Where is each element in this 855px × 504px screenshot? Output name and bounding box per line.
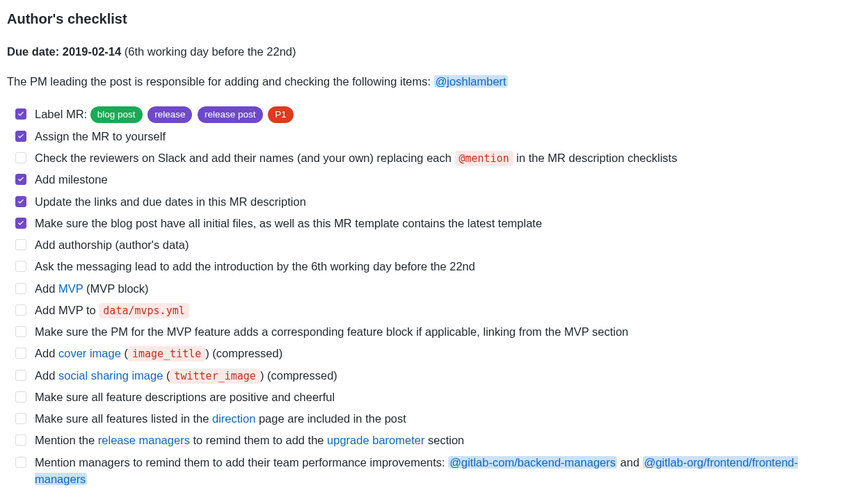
item-text: Make sure all feature descriptions are p… bbox=[35, 391, 335, 403]
checkbox-icon[interactable] bbox=[15, 391, 26, 403]
item-text: Add milestone bbox=[35, 173, 108, 186]
item-text: Add bbox=[35, 347, 58, 359]
item-text: Mention managers to remind them to add t… bbox=[35, 456, 448, 469]
label-mr-prefix: Label MR: bbox=[35, 108, 87, 120]
item-text: Add bbox=[35, 369, 58, 382]
item-text: Make sure the blog post have all initial… bbox=[35, 217, 542, 229]
intro-line: The PM leading the post is responsible f… bbox=[7, 73, 848, 90]
item-text: Add authorship (author's data) bbox=[35, 238, 189, 251]
link-mvp[interactable]: MVP bbox=[58, 282, 83, 295]
item-text: in the MR description checklists bbox=[513, 152, 678, 164]
list-item: Update the links and due dates in this M… bbox=[15, 193, 848, 211]
item-text: Add MVP to bbox=[35, 304, 99, 316]
link-direction[interactable]: direction bbox=[212, 412, 255, 425]
code-image-title: image_title bbox=[128, 346, 205, 361]
checkbox-icon[interactable] bbox=[15, 196, 26, 207]
due-date-note: (6th working day before the 22nd) bbox=[125, 45, 296, 58]
list-item: Mention managers to remind them to add t… bbox=[15, 454, 848, 489]
list-item: Add MVP (MVP block) bbox=[15, 280, 848, 298]
item-text: ( bbox=[121, 347, 128, 359]
item-text: Make sure all features listed in the bbox=[35, 412, 212, 425]
item-text: page are included in the post bbox=[255, 412, 406, 425]
list-item: Add MVP to data/mvps.yml bbox=[15, 302, 848, 319]
list-item: Add authorship (author's data) bbox=[15, 236, 848, 254]
item-text: section bbox=[424, 434, 464, 446]
item-text: to remind them to add the bbox=[190, 434, 327, 446]
tag-p1[interactable]: P1 bbox=[268, 106, 294, 123]
link-upgrade-barometer[interactable]: upgrade barometer bbox=[327, 434, 424, 446]
item-text: Make sure the PM for the MVP feature add… bbox=[35, 325, 628, 338]
checkbox-icon[interactable] bbox=[15, 174, 26, 185]
link-cover-image[interactable]: cover image bbox=[58, 347, 121, 359]
checkbox-icon[interactable] bbox=[15, 283, 26, 294]
list-item: Add social sharing image (twitter_image)… bbox=[15, 367, 848, 384]
item-text: Mention the bbox=[35, 434, 98, 446]
checkbox-icon[interactable] bbox=[15, 413, 26, 424]
mention-user[interactable]: @joshlambert bbox=[434, 75, 508, 88]
list-item: Ask the messaging lead to add the introd… bbox=[15, 258, 848, 275]
item-text: Ask the messaging lead to add the introd… bbox=[35, 260, 475, 273]
due-date-line: Due date: 2019-02-14 (6th working day be… bbox=[7, 43, 848, 60]
list-item: Make sure all features listed in the dir… bbox=[15, 410, 848, 428]
item-text: Check the reviewers on Slack and add the… bbox=[35, 152, 455, 164]
list-item: Make sure the PM for the MVP feature add… bbox=[15, 323, 848, 341]
link-release-managers[interactable]: release managers bbox=[98, 434, 190, 446]
item-text: Assign the MR to yourself bbox=[35, 130, 166, 143]
intro-text: The PM leading the post is responsible f… bbox=[7, 75, 431, 88]
item-text: ) (compressed) bbox=[205, 347, 282, 359]
checkbox-icon[interactable] bbox=[15, 239, 26, 250]
checkbox-icon[interactable] bbox=[15, 304, 26, 316]
code-twitter-image: twitter_image bbox=[170, 368, 259, 384]
mention-backend[interactable]: @gitlab-com/backend-managers bbox=[448, 456, 617, 469]
list-item: Label MR: blog post release release post… bbox=[15, 106, 848, 124]
tag-release[interactable]: release bbox=[147, 106, 192, 123]
item-text: Update the links and due dates in this M… bbox=[35, 195, 306, 208]
link-social-image[interactable]: social sharing image bbox=[58, 369, 163, 382]
checkbox-icon[interactable] bbox=[15, 108, 26, 120]
item-text: (MVP block) bbox=[83, 282, 148, 295]
list-item: Add milestone bbox=[15, 171, 848, 188]
list-item: Check the reviewers on Slack and add the… bbox=[15, 149, 848, 167]
checkbox-icon[interactable] bbox=[15, 434, 26, 446]
checkbox-icon[interactable] bbox=[15, 457, 26, 468]
code-mention: @mention bbox=[455, 151, 513, 166]
checkbox-icon[interactable] bbox=[15, 326, 26, 337]
item-text: ( bbox=[163, 369, 170, 382]
code-mvps-path: data/mvps.yml bbox=[99, 303, 189, 318]
item-text: and bbox=[617, 456, 643, 469]
item-text: ) (compressed) bbox=[260, 369, 337, 382]
tag-blog-post[interactable]: blog post bbox=[90, 106, 143, 123]
item-text: Add bbox=[35, 282, 58, 295]
checkbox-icon[interactable] bbox=[15, 348, 26, 359]
checkbox-icon[interactable] bbox=[15, 218, 26, 229]
checkbox-icon[interactable] bbox=[15, 131, 26, 142]
list-item: Make sure the blog post have all initial… bbox=[15, 215, 848, 232]
list-item: Make sure all feature descriptions are p… bbox=[15, 389, 848, 406]
checkbox-icon[interactable] bbox=[15, 152, 26, 163]
list-item: Add cover image (image_title) (compresse… bbox=[15, 345, 848, 362]
list-item: Assign the MR to yourself bbox=[15, 128, 848, 145]
list-item: Mention the release managers to remind t… bbox=[15, 432, 848, 449]
tag-release-post[interactable]: release post bbox=[198, 106, 263, 123]
checkbox-icon[interactable] bbox=[15, 370, 26, 381]
due-date-label: Due date: 2019-02-14 bbox=[7, 45, 121, 58]
checklist: Label MR: blog post release release post… bbox=[7, 106, 848, 489]
page-title: Author's checklist bbox=[7, 8, 848, 29]
checkbox-icon[interactable] bbox=[15, 261, 26, 272]
